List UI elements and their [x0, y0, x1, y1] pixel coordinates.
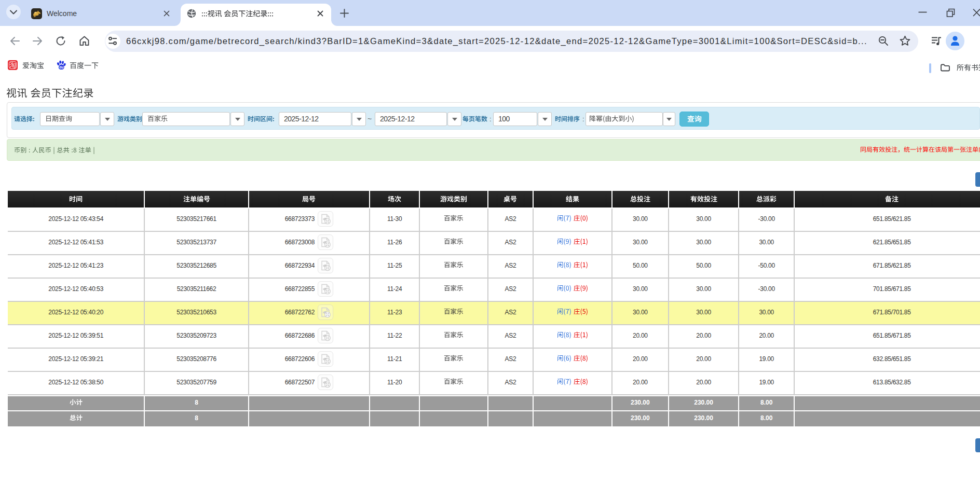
svg-text:du: du [59, 65, 63, 69]
